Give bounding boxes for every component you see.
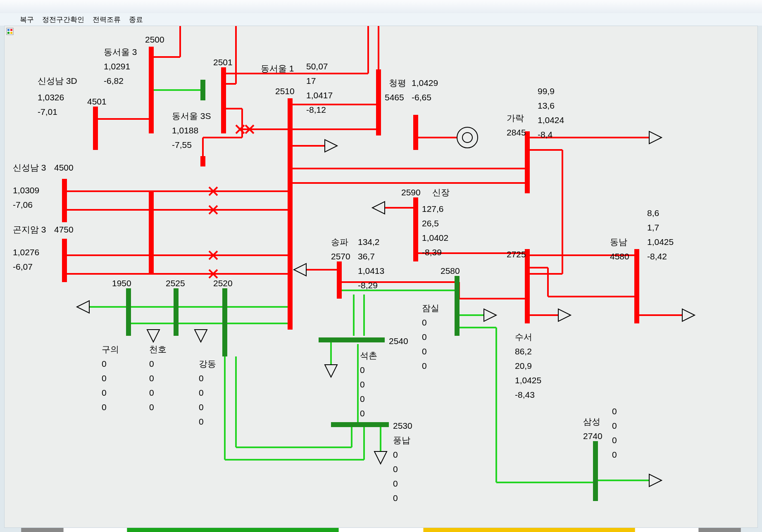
svg-text:동서울 3: 동서울 3 [104, 47, 137, 57]
svg-text:신성남 3: 신성남 3 [13, 163, 46, 172]
svg-text:2540: 2540 [389, 336, 408, 346]
svg-text:0: 0 [102, 402, 107, 412]
svg-text:1,0291: 1,0291 [104, 62, 130, 71]
svg-text:구의: 구의 [102, 344, 119, 354]
svg-text:13,6: 13,6 [538, 101, 555, 110]
svg-text:삼성: 삼성 [583, 417, 600, 426]
svg-text:1950: 1950 [112, 278, 131, 288]
svg-text:2740: 2740 [583, 431, 602, 441]
svg-text:2501: 2501 [213, 57, 233, 67]
svg-text:동남: 동남 [610, 237, 627, 247]
arrow-icon [649, 474, 662, 487]
svg-text:0: 0 [149, 402, 154, 412]
svg-text:풍납: 풍납 [393, 435, 410, 445]
svg-text:0: 0 [612, 421, 617, 430]
svg-text:2520: 2520 [213, 278, 233, 288]
svg-text:1,0326: 1,0326 [38, 93, 64, 102]
svg-text:청평: 청평 [389, 78, 406, 88]
svg-text:동서울 3S: 동서울 3S [172, 111, 211, 121]
svg-text:-6,07: -6,07 [13, 262, 33, 271]
svg-text:4500: 4500 [54, 163, 74, 172]
svg-text:신장: 신장 [432, 188, 450, 197]
svg-text:강동: 강동 [199, 359, 216, 368]
svg-text:2580: 2580 [441, 266, 460, 276]
svg-text:-8,43: -8,43 [515, 390, 535, 399]
svg-text:0: 0 [360, 380, 365, 389]
arrow-icon [682, 309, 695, 321]
svg-text:5465: 5465 [385, 93, 404, 102]
svg-text:1,0402: 1,0402 [422, 233, 448, 242]
svg-text:50,07: 50,07 [306, 62, 328, 71]
svg-text:동서울 1: 동서울 1 [261, 64, 294, 73]
svg-text:-8,39: -8,39 [422, 247, 442, 257]
svg-text:0: 0 [422, 332, 427, 342]
svg-text:0: 0 [149, 373, 154, 383]
svg-text:0: 0 [102, 388, 107, 397]
svg-text:1,0413: 1,0413 [358, 266, 384, 276]
svg-text:4501: 4501 [87, 97, 107, 106]
svg-text:0: 0 [199, 388, 204, 397]
svg-text:0: 0 [422, 361, 427, 370]
svg-text:8,6: 8,6 [647, 208, 659, 218]
svg-text:0: 0 [393, 450, 398, 459]
svg-text:송파: 송파 [331, 237, 348, 247]
svg-text:잠실: 잠실 [422, 303, 439, 313]
svg-text:천호: 천호 [149, 344, 167, 354]
svg-text:0: 0 [199, 402, 204, 412]
svg-text:1,0276: 1,0276 [13, 247, 39, 257]
svg-text:36,7: 36,7 [358, 252, 375, 261]
svg-text:0: 0 [360, 408, 365, 418]
svg-text:86,2: 86,2 [515, 347, 532, 356]
generator-icon [457, 127, 478, 148]
svg-text:-7,06: -7,06 [13, 200, 33, 209]
arrow-icon [372, 202, 385, 214]
svg-text:0: 0 [422, 347, 427, 356]
svg-text:0: 0 [199, 417, 204, 426]
arrow-icon [195, 330, 207, 342]
svg-point-83 [457, 127, 478, 148]
svg-text:수서: 수서 [515, 332, 532, 342]
power-grid-svg: 2500 동서울 3 1,0291 -6,82 2501 동서울 3S 1,01… [5, 26, 757, 530]
svg-text:-6,82: -6,82 [104, 76, 124, 86]
svg-text:0: 0 [149, 388, 154, 397]
svg-text:0: 0 [199, 373, 204, 383]
svg-text:2510: 2510 [275, 86, 295, 96]
svg-text:0: 0 [102, 359, 107, 368]
svg-text:0: 0 [612, 450, 617, 459]
svg-text:0: 0 [393, 479, 398, 488]
svg-text:신성남 3D: 신성남 3D [38, 76, 77, 86]
svg-text:-7,01: -7,01 [38, 107, 57, 116]
svg-text:2525: 2525 [166, 278, 185, 288]
svg-text:2725: 2725 [507, 249, 526, 259]
svg-text:-7,55: -7,55 [172, 140, 192, 150]
svg-text:1,0429: 1,0429 [412, 78, 438, 88]
svg-text:곤지암 3: 곤지암 3 [13, 225, 46, 234]
menubar: 복구 정전구간확인 전력조류 종료 [0, 13, 762, 26]
arrow-icon [325, 365, 337, 377]
svg-text:127,6: 127,6 [422, 204, 444, 214]
diagram-canvas: 2500 동서울 3 1,0291 -6,82 2501 동서울 3S 1,01… [4, 26, 758, 528]
svg-text:1,0309: 1,0309 [13, 185, 39, 195]
svg-text:0: 0 [360, 394, 365, 404]
svg-point-84 [462, 133, 472, 142]
svg-text:-8,42: -8,42 [647, 252, 667, 261]
svg-text:-8,29: -8,29 [358, 280, 378, 290]
svg-text:134,2: 134,2 [358, 237, 380, 247]
svg-text:2500: 2500 [145, 35, 164, 44]
window-titlebar [0, 0, 762, 14]
svg-text:0: 0 [612, 406, 617, 416]
svg-text:-6,65: -6,65 [412, 93, 431, 102]
svg-text:0: 0 [102, 373, 107, 383]
svg-text:4580: 4580 [610, 252, 629, 261]
svg-text:1,0425: 1,0425 [515, 375, 541, 385]
svg-text:1,0424: 1,0424 [538, 115, 564, 125]
svg-text:0: 0 [422, 318, 427, 327]
svg-text:1,0425: 1,0425 [647, 237, 674, 247]
svg-text:0: 0 [393, 464, 398, 474]
arrow-icon [147, 330, 160, 342]
svg-text:2590: 2590 [401, 188, 421, 197]
svg-text:0: 0 [360, 365, 365, 375]
arrow-icon [325, 140, 337, 152]
svg-text:2845: 2845 [507, 128, 526, 137]
svg-text:1,0188: 1,0188 [172, 126, 198, 135]
